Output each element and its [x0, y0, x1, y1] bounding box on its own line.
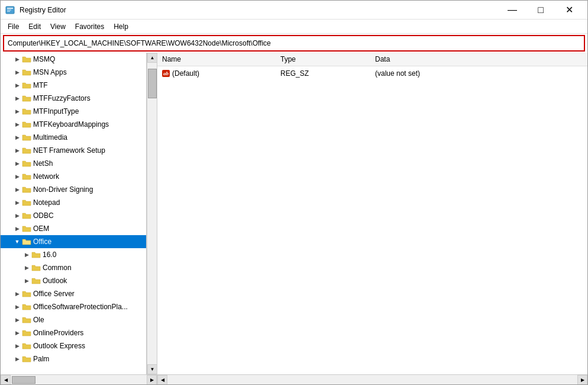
expand-common[interactable]: ▶ — [22, 263, 31, 272]
tree-item-mtf[interactable]: ▶ MTF — [1, 79, 146, 92]
tree-label-mtffuzzy: MTFFuzzyFactors — [33, 94, 91, 102]
folder-icon-mtf — [22, 81, 31, 89]
tree-label-office: Office — [33, 238, 51, 246]
tree-item-outlook[interactable]: ▶ Outlook — [1, 274, 146, 287]
svg-rect-3 — [7, 11, 10, 12]
expand-oem[interactable]: ▶ — [12, 224, 22, 233]
expand-nondriver[interactable]: ▶ — [12, 185, 22, 194]
right-hscroll-track — [167, 375, 577, 384]
expand-ole[interactable]: ▶ — [12, 315, 22, 325]
table-row[interactable]: ab (Default) REG_SZ (value not set) — [157, 66, 587, 81]
menu-view[interactable]: View — [46, 21, 70, 32]
tree-label-nondriver: Non-Driver Signing — [33, 185, 93, 194]
tree-item-mtfinput[interactable]: ▶ MTFInputType — [1, 105, 146, 118]
reg-name-value: (Default) — [172, 69, 199, 78]
tree-label-officesoftware: OfficeSoftwareProtectionPla... — [33, 303, 128, 311]
tree-item-msnapps[interactable]: ▶ MSN Apps — [1, 66, 146, 79]
folder-icon-ole — [22, 316, 31, 324]
tree-item-officeserver[interactable]: ▶ Office Server — [1, 287, 146, 300]
expand-onlineproviders[interactable]: ▶ — [12, 328, 22, 338]
folder-icon-msmq — [22, 55, 31, 63]
expand-multimedia[interactable]: ▶ — [12, 133, 22, 142]
tree-item-netframework[interactable]: ▶ NET Framework Setup — [1, 144, 146, 157]
hscroll-left-btn[interactable]: ◀ — [1, 375, 11, 384]
expand-officesoftware[interactable]: ▶ — [12, 302, 22, 312]
tree-item-mtfkeyboard[interactable]: ▶ MTFKeyboardMappings — [1, 118, 146, 131]
tree-item-network[interactable]: ▶ Network — [1, 170, 146, 183]
menu-help[interactable]: Help — [109, 21, 133, 32]
right-hscroll-left[interactable]: ◀ — [157, 375, 167, 384]
expand-netsh[interactable]: ▶ — [12, 159, 22, 168]
tree-item-16[interactable]: ▶ 16.0 — [1, 248, 146, 261]
expand-mtf[interactable]: ▶ — [12, 81, 22, 90]
expand-network[interactable]: ▶ — [12, 172, 22, 181]
tree-item-onlineproviders[interactable]: ▶ OnlineProviders — [1, 326, 146, 339]
tree-label-netsh: NetSh — [33, 159, 53, 168]
expand-msmq[interactable]: ▶ — [12, 54, 22, 64]
tree-vscrollbar[interactable]: ▲ ▼ — [147, 53, 157, 374]
folder-icon-outlook — [31, 277, 41, 285]
tree-item-netsh[interactable]: ▶ NetSh — [1, 157, 146, 170]
tree-hscrollbar[interactable]: ◀ ▶ — [1, 375, 157, 384]
expand-netframework[interactable]: ▶ — [12, 146, 22, 155]
menu-favorites[interactable]: Favorites — [70, 21, 109, 32]
tree-label-mtf: MTF — [33, 81, 48, 89]
expand-odbc[interactable]: ▶ — [12, 211, 22, 220]
expand-office[interactable]: ▼ — [12, 237, 22, 246]
tree-item-multimedia[interactable]: ▶ Multimedia — [1, 131, 146, 144]
title-bar: Registry Editor — □ ✕ — [1, 1, 587, 20]
tree-item-office[interactable]: ▼ Office — [1, 235, 146, 248]
menu-file[interactable]: File — [3, 21, 24, 32]
tree-label-mtfkeyboard: MTFKeyboardMappings — [33, 120, 109, 129]
tree-item-notepad[interactable]: ▶ Notepad — [1, 196, 146, 209]
tree-label-network: Network — [33, 172, 59, 181]
right-hscroll-right[interactable]: ▶ — [577, 375, 587, 384]
tree-item-ole[interactable]: ▶ Ole — [1, 313, 146, 326]
tree-item-odbc[interactable]: ▶ ODBC — [1, 209, 146, 222]
expand-officeserver[interactable]: ▶ — [12, 289, 22, 299]
tree-label-common: Common — [43, 264, 72, 272]
expand-16[interactable]: ▶ — [22, 250, 31, 259]
tree-label-msnapps: MSN Apps — [33, 68, 67, 76]
menu-edit[interactable]: Edit — [24, 21, 46, 32]
app-icon — [5, 5, 15, 15]
col-name[interactable]: Name — [157, 53, 276, 66]
maximize-button[interactable]: □ — [527, 1, 554, 20]
tree-label-mtfinput: MTFInputType — [33, 107, 79, 116]
tree-item-msmq[interactable]: ▶ MSMQ — [1, 53, 146, 66]
expand-mtfkeyboard[interactable]: ▶ — [12, 120, 22, 129]
tree-item-outlookexpress[interactable]: ▶ Outlook Express — [1, 339, 146, 352]
hscroll-thumb-left[interactable] — [12, 376, 35, 384]
tree-item-nondriver[interactable]: ▶ Non-Driver Signing — [1, 183, 146, 196]
col-type[interactable]: Type — [276, 53, 370, 66]
tree-item-officesoftware[interactable]: ▶ OfficeSoftwareProtectionPla... — [1, 300, 146, 313]
expand-outlookexpress[interactable]: ▶ — [12, 341, 22, 351]
tree-item-palm[interactable]: ▶ Palm — [1, 352, 146, 365]
hscroll-right-btn[interactable]: ▶ — [147, 375, 157, 384]
vscroll-thumb[interactable] — [148, 69, 157, 98]
col-data[interactable]: Data — [370, 53, 587, 66]
minimize-button[interactable]: — — [499, 1, 526, 20]
close-button[interactable]: ✕ — [555, 1, 583, 20]
expand-mtfinput[interactable]: ▶ — [12, 107, 22, 116]
tree-label-msmq: MSMQ — [33, 55, 55, 63]
expand-mtffuzzy[interactable]: ▶ — [12, 94, 22, 103]
tree-item-common[interactable]: ▶ Common — [1, 261, 146, 274]
reg-data-cell: (value not set) — [370, 66, 587, 81]
title-bar-left: Registry Editor — [5, 5, 66, 15]
expand-outlook[interactable]: ▶ — [22, 276, 31, 285]
expand-notepad[interactable]: ▶ — [12, 198, 22, 207]
right-hscrollbar[interactable]: ◀ ▶ — [157, 375, 587, 384]
expand-msnapps[interactable]: ▶ — [12, 68, 22, 77]
tree-item-mtffuzzy[interactable]: ▶ MTFFuzzyFactors — [1, 92, 146, 105]
vscroll-down-btn[interactable]: ▼ — [147, 364, 157, 374]
svg-rect-2 — [7, 9, 11, 11]
address-bar[interactable]: Computer\HKEY_LOCAL_MACHINE\SOFTWARE\WOW… — [3, 35, 585, 52]
tree-item-oem[interactable]: ▶ OEM — [1, 222, 146, 235]
expand-palm[interactable]: ▶ — [12, 354, 22, 364]
address-path: Computer\HKEY_LOCAL_MACHINE\SOFTWARE\WOW… — [8, 39, 271, 47]
right-panel: Name Type Data ab (Default) — [157, 53, 587, 374]
folder-icon-netsh — [22, 159, 31, 168]
vscroll-up-btn[interactable]: ▲ — [147, 53, 157, 63]
folder-icon-palm — [22, 355, 31, 363]
